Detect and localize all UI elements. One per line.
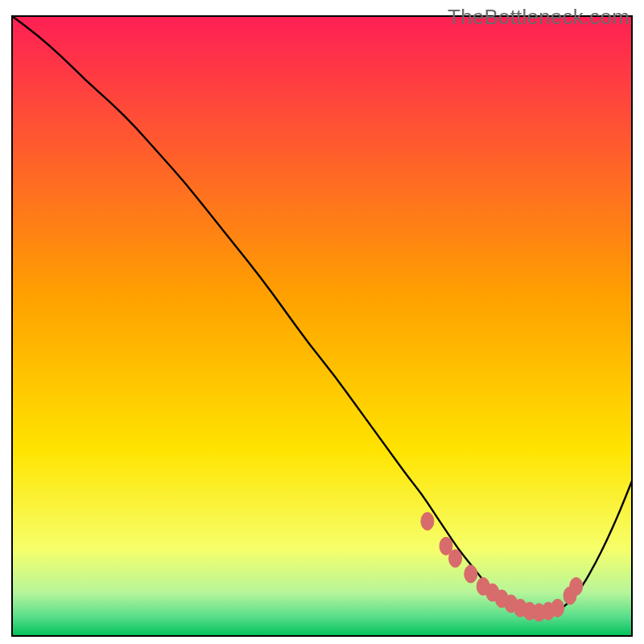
gradient-background [12,16,632,636]
chart-container: TheBottleneck.com [0,0,644,644]
data-marker [464,565,477,583]
data-marker [421,513,434,530]
data-marker [570,577,583,595]
data-marker [551,599,564,617]
watermark-text: TheBottleneck.com [448,5,630,30]
bottleneck-chart [0,0,644,644]
data-marker [449,550,462,568]
